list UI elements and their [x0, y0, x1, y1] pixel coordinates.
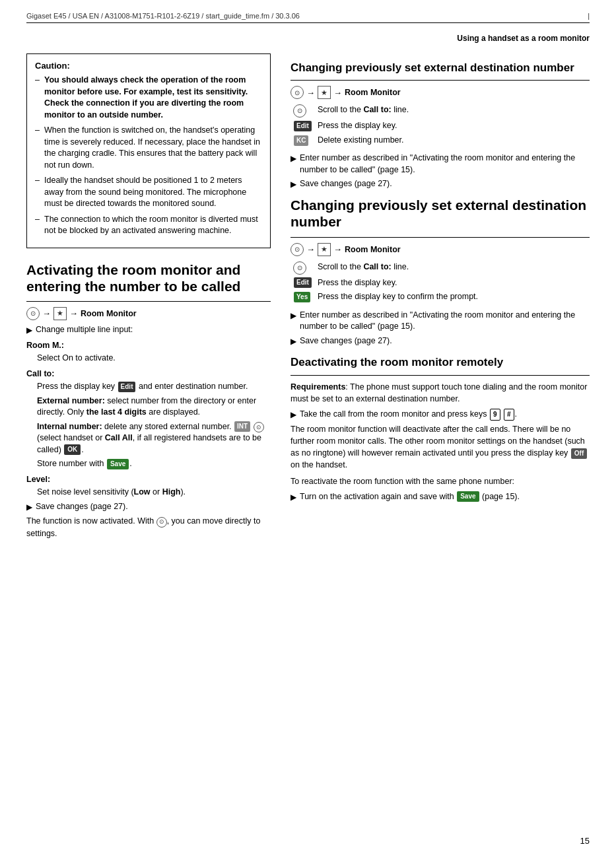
section-change2-title: Changing previously set external destina… [291, 197, 590, 230]
deactivate-step2: ▶ Turn on the activation again and save … [291, 491, 590, 503]
caution-item-3: Ideally the handset should be positioned… [35, 175, 262, 210]
change2-row-yes: Yes Press the display key to confirm the… [291, 290, 590, 304]
divider-change2 [291, 237, 590, 238]
section-change1-title: Changing previously set external destina… [291, 61, 590, 75]
bullet-arrow-3: ▶ [291, 153, 296, 164]
nav-star-box: ★ [53, 307, 67, 320]
header-pipe: | [588, 12, 590, 20]
edit-badge2: Edit [294, 121, 312, 131]
caution-box: Caution: You should always check the ope… [26, 53, 271, 248]
deactivate-requirements: Requirements: The phone must support tou… [291, 381, 590, 405]
bullet-arrow-2: ▶ [26, 502, 32, 513]
deactivate-para1: The room monitor function will deactivat… [291, 423, 590, 471]
nav-icon-scroll2: ⊙ [293, 261, 306, 275]
save-badge-1: Save [107, 459, 129, 469]
change2-steps: ⊙ Scroll to the Call to: line. Edit Pres… [291, 260, 590, 304]
caution-item-4: The connection to which the room monitor… [35, 214, 262, 237]
caution-item-1: You should always check the operation of… [35, 75, 262, 121]
nav-circle-icon: ⊙ [26, 307, 40, 320]
save-badge-2: Save [457, 491, 479, 502]
call-to-label: Call to: [26, 368, 271, 380]
right-column: Changing previously set external destina… [291, 53, 590, 543]
room-m-text: Select On to activate. [26, 353, 271, 364]
nav-change1: ⊙ → ★ → Room Monitor [291, 86, 590, 99]
page-number: 15 [580, 836, 590, 846]
store-text: Store number with Save. [26, 458, 271, 470]
deactivate-step1: ▶ Take the call from the room monitor an… [291, 409, 590, 421]
page-header: Gigaset E45 / USA EN / A31008-M1751-R101… [26, 12, 590, 23]
call-to-text: Press the display key Edit and enter des… [26, 381, 271, 393]
change2-save: ▶ Save changes (page 27). [291, 335, 590, 347]
activate-save: ▶ Save changes (page 27). [26, 501, 271, 513]
section-deactivate-title: Deactivating the room monitor remotely [291, 356, 590, 369]
change1-save: ▶ Save changes (page 27). [291, 178, 590, 190]
nav-star-box3: ★ [318, 243, 331, 256]
divider-deactivate [291, 375, 590, 376]
bullet-arrow-7: ▶ [291, 409, 296, 421]
nav-star-box2: ★ [318, 86, 331, 99]
level-text: Set noise level sensitivity (Low or High… [26, 487, 271, 498]
edit-badge: Edit [118, 382, 136, 392]
divider-activate [26, 301, 271, 302]
key-hash: # [504, 409, 514, 421]
int-badge: INT [234, 421, 250, 432]
change2-row-scroll: ⊙ Scroll to the Call to: line. [291, 260, 590, 276]
change1-row-delete: KC Delete existing number. [291, 133, 590, 148]
two-col-layout: Caution: You should always check the ope… [26, 53, 590, 543]
room-m-label: Room M.: [26, 340, 271, 352]
nav-circle-small: ⊙ [254, 422, 264, 432]
caution-list: You should always check the operation of… [35, 75, 262, 237]
off-badge: Off [571, 448, 587, 460]
nav-activate: ⊙ → ★ → Room Monitor [26, 307, 271, 320]
divider-change1 [291, 80, 590, 81]
bullet-arrow-5: ▶ [291, 310, 296, 322]
change1-enter: ▶ Enter number as described in "Activati… [291, 153, 590, 176]
kc-badge1: KC [294, 135, 308, 146]
caution-title: Caution: [35, 61, 262, 71]
activate-step1: ▶ Change multiple line input: [26, 324, 271, 336]
bullet-arrow-4: ▶ [291, 179, 296, 190]
internal-text: Internal number: delete any stored exter… [26, 421, 271, 456]
caution-item-2: When the function is switched on, the ha… [35, 125, 262, 171]
left-column: Caution: You should always check the ope… [26, 53, 271, 543]
key-9: 9 [490, 409, 500, 421]
edit-badge3: Edit [294, 277, 312, 288]
change1-row-edit: Edit Press the display key. [291, 119, 590, 133]
external-text: External number: select number from the … [26, 395, 271, 419]
change1-row-scroll: ⊙ Scroll to the Call to: line. [291, 103, 590, 119]
nav-circle-icon2: ⊙ [291, 86, 304, 99]
bullet-arrow-6: ▶ [291, 336, 296, 347]
change2-row-edit: Edit Press the display key. [291, 276, 590, 291]
nav-change2: ⊙ → ★ → Room Monitor [291, 243, 590, 256]
section-activate-title: Activating the room monitor and entering… [26, 261, 271, 294]
deactivate-para2: To reactivate the room function with the… [291, 475, 590, 487]
bullet-arrow-8: ▶ [291, 492, 296, 503]
nav-circle-small2: ⊙ [156, 517, 167, 528]
level-label: Level: [26, 474, 271, 486]
yes-badge: Yes [294, 292, 310, 302]
nav-circle-icon3: ⊙ [291, 243, 304, 256]
change1-steps: ⊙ Scroll to the Call to: line. Edit Pres… [291, 103, 590, 147]
bullet-arrow-1: ▶ [26, 325, 32, 336]
section-header-title: Using a handset as a room monitor [26, 34, 590, 43]
header-left: Gigaset E45 / USA EN / A31008-M1751-R101… [26, 12, 300, 20]
function-text: The function is now activated. With ⊙, y… [26, 515, 271, 539]
page-container: Gigaset E45 / USA EN / A31008-M1751-R101… [0, 0, 616, 859]
ok-badge: OK [64, 444, 81, 455]
change2-enter: ▶ Enter number as described in "Activati… [291, 310, 590, 333]
nav-icon-scroll1: ⊙ [293, 104, 306, 118]
